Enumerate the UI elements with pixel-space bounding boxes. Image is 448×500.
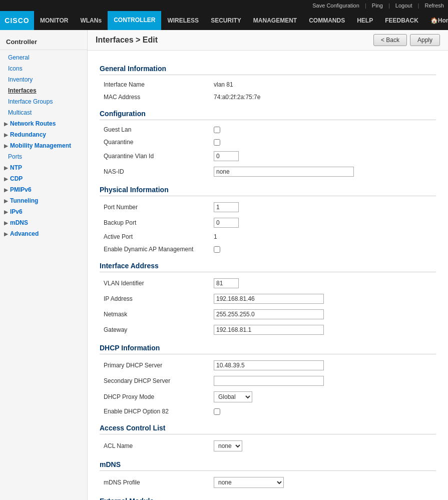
apply-button[interactable]: Apply — [410, 34, 440, 46]
top-bar: Save Configuration | Ping | Logout | Ref… — [0, 0, 448, 11]
sidebar-title: Controller — [0, 34, 87, 48]
primary-dhcp-label: Primary DHCP Server — [104, 362, 214, 369]
secondary-dhcp-input[interactable] — [214, 376, 324, 386]
sidebar-item-ports[interactable]: Ports — [0, 151, 87, 162]
vlan-id-input[interactable] — [214, 278, 239, 288]
mdns-profile-row: mDNS Profile none — [100, 476, 436, 489]
backup-port-label: Backup Port — [104, 219, 214, 226]
acl-name-row: ACL Name none — [100, 439, 436, 452]
dhcp-info-heading: DHCP Information — [100, 344, 436, 354]
sidebar-item-ipv6[interactable]: ▶ IPv6 — [0, 206, 87, 217]
sidebar-item-general[interactable]: General — [0, 52, 87, 63]
ping-link[interactable]: Ping — [372, 3, 383, 9]
backup-port-input[interactable] — [214, 218, 239, 228]
nas-id-row: NAS-ID — [100, 166, 436, 178]
main-content: Interfaces > Edit < Back Apply General I… — [88, 30, 448, 500]
mac-address-row: MAC Address 74:a0:2f:2a:75:7e — [100, 93, 436, 102]
nav-commands[interactable]: COMMANDS — [303, 11, 351, 30]
sidebar: Controller General Icons Inventory Inter… — [0, 30, 88, 500]
sidebar-item-redundancy[interactable]: ▶ Redundancy — [0, 129, 87, 140]
mac-address-value: 74:a0:2f:2a:75:7e — [214, 94, 260, 101]
logout-link[interactable]: Logout — [395, 3, 412, 9]
mdns-profile-select[interactable]: none — [214, 477, 284, 488]
quarantine-row: Quarantine — [100, 138, 436, 147]
nav-wlans[interactable]: WLANs — [74, 11, 108, 30]
ip-address-input[interactable] — [214, 294, 324, 304]
mobility-arrow: ▶ — [4, 143, 8, 149]
ip-address-label: IP Address — [104, 295, 214, 302]
page-title: Interfaces > Edit — [96, 36, 158, 45]
nas-id-input[interactable] — [214, 167, 354, 177]
port-number-input[interactable] — [214, 202, 239, 212]
netmask-input[interactable] — [214, 309, 324, 319]
nav-home[interactable]: 🏠 Home — [424, 11, 448, 30]
enable-dynamic-ap-row: Enable Dynamic AP Management — [100, 245, 436, 254]
secondary-dhcp-label: Secondary DHCP Server — [104, 377, 214, 384]
primary-dhcp-row: Primary DHCP Server — [100, 359, 436, 371]
ipv6-arrow: ▶ — [4, 209, 8, 215]
nav-monitor[interactable]: MONITOR — [34, 11, 74, 30]
quarantine-vlan-input[interactable] — [214, 151, 239, 161]
enable-dynamic-ap-label: Enable Dynamic AP Management — [104, 246, 214, 253]
sidebar-item-interface-groups[interactable]: Interface Groups — [0, 96, 87, 107]
guest-lan-checkbox[interactable] — [214, 127, 220, 133]
nav-security[interactable]: SECURITY — [205, 11, 247, 30]
sidebar-divider-top — [0, 50, 87, 50]
sidebar-item-advanced[interactable]: ▶ Advanced — [0, 228, 87, 239]
sidebar-item-multicast[interactable]: Multicast — [0, 107, 87, 118]
refresh-link[interactable]: Refresh — [424, 3, 444, 9]
nav-help[interactable]: HELP — [351, 11, 379, 30]
mac-address-label: MAC Address — [104, 94, 214, 101]
nav-management[interactable]: MANAGEMENT — [247, 11, 303, 30]
network-routes-arrow: ▶ — [4, 121, 8, 127]
gateway-label: Gateway — [104, 326, 214, 333]
pmipv6-arrow: ▶ — [4, 187, 8, 193]
logo-text: CISCO — [5, 17, 29, 25]
nav-feedback[interactable]: FEEDBACK — [379, 11, 424, 30]
quarantine-vlan-label: Quarantine Vlan Id — [104, 153, 214, 160]
quarantine-checkbox[interactable] — [214, 139, 220, 146]
nav-items: MONITOR WLANs CONTROLLER WIRELESS SECURI… — [34, 11, 448, 30]
quarantine-label: Quarantine — [104, 139, 214, 146]
primary-dhcp-input[interactable] — [214, 360, 324, 370]
sidebar-item-interfaces[interactable]: Interfaces — [0, 85, 87, 96]
sidebar-item-pmipv6[interactable]: ▶ PMIPv6 — [0, 184, 87, 195]
nas-id-label: NAS-ID — [104, 168, 214, 175]
gateway-row: Gateway — [100, 324, 436, 336]
interface-name-value: vlan 81 — [214, 81, 233, 88]
sidebar-item-tunneling[interactable]: ▶ Tunneling — [0, 195, 87, 206]
general-info-heading: General Information — [100, 65, 436, 75]
ntp-arrow: ▶ — [4, 165, 8, 171]
redundancy-arrow: ▶ — [4, 132, 8, 138]
sidebar-item-cdp[interactable]: ▶ CDP — [0, 173, 87, 184]
physical-info-heading: Physical Information — [100, 186, 436, 196]
sidebar-item-icons[interactable]: Icons — [0, 63, 87, 74]
save-config-link[interactable]: Save Configuration — [312, 3, 359, 9]
mdns-arrow: ▶ — [4, 220, 8, 226]
enable-dynamic-ap-checkbox[interactable] — [214, 246, 220, 253]
nav-controller[interactable]: CONTROLLER — [108, 11, 161, 30]
advanced-arrow: ▶ — [4, 231, 8, 237]
nav-bar: CISCO MONITOR WLANs CONTROLLER WIRELESS … — [0, 11, 448, 30]
cisco-logo: CISCO — [0, 11, 34, 30]
page-layout: Controller General Icons Inventory Inter… — [0, 30, 448, 500]
back-button[interactable]: < Back — [373, 34, 407, 46]
mdns-profile-label: mDNS Profile — [104, 479, 214, 486]
gateway-input[interactable] — [214, 325, 324, 335]
sidebar-item-network-routes[interactable]: ▶ Network Routes — [0, 118, 87, 129]
sidebar-item-inventory[interactable]: Inventory — [0, 74, 87, 85]
dhcp-option82-checkbox[interactable] — [214, 408, 220, 415]
proxy-mode-label: DHCP Proxy Mode — [104, 393, 214, 400]
proxy-mode-select[interactable]: Global Enabled Disabled — [214, 391, 252, 402]
port-number-row: Port Number — [100, 201, 436, 213]
active-port-label: Active Port — [104, 233, 214, 240]
acl-name-select[interactable]: none — [214, 440, 242, 451]
sidebar-item-mobility-management[interactable]: ▶ Mobility Management — [0, 140, 87, 151]
port-number-label: Port Number — [104, 204, 214, 211]
dhcp-option82-label: Enable DHCP Option 82 — [104, 408, 214, 415]
form-container: General Information Interface Name vlan … — [88, 51, 448, 500]
interface-address-heading: Interface Address — [100, 262, 436, 272]
sidebar-item-mdns[interactable]: ▶ mDNS — [0, 217, 87, 228]
nav-wireless[interactable]: WIRELESS — [161, 11, 205, 30]
sidebar-item-ntp[interactable]: ▶ NTP — [0, 162, 87, 173]
